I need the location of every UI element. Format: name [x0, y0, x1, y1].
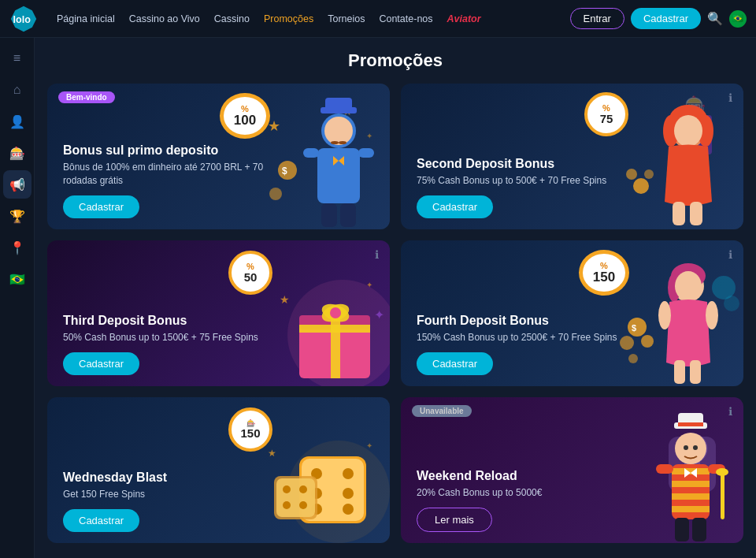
percent-circle-second: % 75 [584, 92, 628, 136]
svg-rect-82 [678, 413, 703, 427]
svg-point-28 [674, 115, 702, 147]
welcome-badge: Bem-vindo [58, 91, 115, 103]
svg-text:✦: ✦ [366, 281, 372, 289]
promo-card-wednesday: 🎰 150 [47, 397, 390, 543]
info-icon-weekend[interactable]: ℹ [728, 405, 732, 418]
svg-point-97 [684, 445, 688, 450]
first-deposit-cadastrar-button[interactable]: Cadastrar [63, 195, 139, 218]
svg-point-24 [671, 113, 706, 148]
svg-text:★: ★ [343, 105, 353, 117]
promo-card-third-deposit: ℹ % 50 [47, 240, 390, 386]
wednesday-cadastrar-button[interactable]: Cadastrar [63, 509, 139, 532]
card-desc: Bônus de 100% em dinheiro até 2700 BRL +… [63, 161, 265, 188]
percent-badge-wednesday: 🎰 150 [228, 407, 273, 452]
card-title-weekend: Weekend Reload [417, 469, 635, 483]
entrar-button[interactable]: Entrar [570, 8, 624, 29]
promotions-grid: Bem-vindo % 100 ★ ★ ✦ [47, 84, 743, 543]
svg-point-48 [675, 271, 702, 301]
svg-text:★: ★ [268, 118, 280, 134]
svg-point-98 [693, 445, 698, 450]
sidebar-flag-icon[interactable]: 🇧🇷 [3, 265, 32, 293]
svg-text:lolo: lolo [13, 13, 32, 24]
svg-point-80 [675, 433, 706, 464]
sidebar-casino-icon[interactable]: 🎰 [3, 139, 32, 167]
percent-badge-fourth: % 150 [581, 250, 627, 296]
site-logo[interactable]: lolo [9, 5, 38, 33]
page-title: Promoções [47, 50, 743, 71]
card-desc-weekend: 20% Cash Bonus up to 5000€ [417, 486, 619, 500]
promo-card-weekend: Unavailable ℹ [401, 397, 743, 543]
cadastrar-nav-button[interactable]: Cadastrar [631, 8, 701, 29]
nav-casino[interactable]: Cassino [208, 10, 256, 28]
svg-point-25 [669, 105, 707, 133]
svg-point-26 [663, 115, 679, 147]
main-layout: ≡ ⌂ 👤 🎰 📢 🏆 📍 🇧🇷 Promoções Bem-vindo % 1… [0, 38, 756, 558]
svg-rect-21 [688, 115, 712, 154]
card-title-wednesday: Wednesday Blast [63, 471, 281, 485]
nav-torneos[interactable]: Torneios [321, 10, 371, 28]
card-content-third: Third Deposit Bonus 50% Cash Bonus up to… [63, 314, 374, 375]
nav-promos[interactable]: Promoções [258, 10, 320, 28]
nav-aviator[interactable]: Aviator [441, 10, 487, 28]
info-icon-third[interactable]: ℹ [375, 248, 379, 261]
svg-text:✦: ✦ [374, 308, 384, 322]
sidebar-home-icon[interactable]: ⌂ [3, 76, 32, 104]
svg-point-27 [698, 115, 713, 147]
percent-circle: % 100 [220, 93, 270, 139]
weekend-ler-mais-button[interactable]: Ler mais [417, 508, 492, 532]
language-selector[interactable]: 🇧🇷 [729, 10, 747, 28]
svg-point-5 [321, 113, 356, 148]
nav-home[interactable]: Página inicial [50, 10, 121, 28]
sidebar-location-icon[interactable]: 📍 [3, 233, 32, 262]
card-content-weekend: Weekend Reload 20% Cash Bonus up to 5000… [417, 469, 728, 532]
percent-badge-second: % 75 [584, 91, 629, 137]
card-desc-fourth: 150% Cash Bonus up to 2500€ + 70 Free Sp… [417, 331, 619, 344]
third-deposit-cadastrar-button[interactable]: Cadastrar [63, 352, 139, 375]
svg-point-47 [668, 273, 680, 302]
card-content-second: Second Deposit Bonus 75% Cash Bonus up t… [417, 157, 728, 218]
unavailable-badge: Unavailable [412, 405, 472, 417]
percent-badge-first: % 100 [222, 93, 268, 139]
top-navigation: lolo Página inicial Cassino ao Vivo Cass… [0, 0, 756, 38]
sidebar-menu-icon[interactable]: ≡ [3, 44, 32, 73]
card-content-wednesday: Wednesday Blast Get 150 Free Spins Cadas… [63, 471, 374, 532]
promo-card-second-deposit: ℹ % 75 🎰 [401, 84, 743, 229]
svg-point-58 [712, 276, 736, 299]
info-icon-fourth[interactable]: ℹ [728, 248, 732, 261]
svg-text:✦: ✦ [366, 441, 372, 450]
sidebar-trophy-icon[interactable]: 🏆 [3, 202, 32, 230]
svg-point-78 [678, 434, 706, 463]
svg-text:★: ★ [280, 293, 290, 306]
nav-contact[interactable]: Contate-nos [372, 10, 439, 28]
svg-text:🎰: 🎰 [684, 95, 706, 116]
second-deposit-cadastrar-button[interactable]: Cadastrar [417, 195, 493, 218]
info-icon-second[interactable]: ℹ [728, 91, 732, 104]
percent-circle-third: % 50 [228, 251, 272, 295]
card-title: Bonus sul primo deposito [63, 143, 281, 158]
svg-point-59 [724, 296, 739, 311]
nav-links: Página inicial Cassino ao Vivo Cassino P… [50, 10, 565, 28]
card-content-fourth: Fourth Deposit Bonus 150% Cash Bonus up … [417, 314, 728, 375]
promo-card-first-deposit: Bem-vindo % 100 ★ ★ ✦ [47, 84, 390, 229]
card-desc-third: 50% Cash Bonus up to 1500€ + 75 Free Spi… [63, 331, 265, 344]
card-content: Bonus sul primo deposito Bônus de 100% e… [63, 143, 374, 218]
sidebar-person-icon[interactable]: 👤 [3, 107, 32, 136]
percent-circle-fourth: % 150 [579, 250, 629, 296]
card-title-third: Third Deposit Bonus [63, 314, 281, 328]
fourth-deposit-cadastrar-button[interactable]: Cadastrar [417, 352, 493, 375]
search-button[interactable]: 🔍 [707, 11, 723, 26]
nav-live[interactable]: Cassino ao Vivo [123, 10, 206, 28]
card-title-fourth: Fourth Deposit Bonus [417, 314, 635, 328]
percent-circle-wednesday: 🎰 150 [228, 407, 272, 452]
sidebar: ≡ ⌂ 👤 🎰 📢 🏆 📍 🇧🇷 [0, 38, 35, 558]
svg-rect-22 [696, 123, 706, 132]
card-title-second: Second Deposit Bonus [417, 157, 635, 171]
card-desc-wednesday: Get 150 Free Spins [63, 488, 265, 501]
svg-point-46 [671, 263, 706, 288]
svg-text:✦: ✦ [366, 132, 372, 140]
svg-rect-83 [678, 422, 703, 426]
svg-point-45 [673, 270, 704, 302]
sidebar-promos-icon[interactable]: 📢 [3, 170, 32, 199]
svg-rect-81 [674, 422, 707, 429]
card-desc-second: 75% Cash Bonus up to 500€ + 70 Free Spin… [417, 174, 619, 188]
